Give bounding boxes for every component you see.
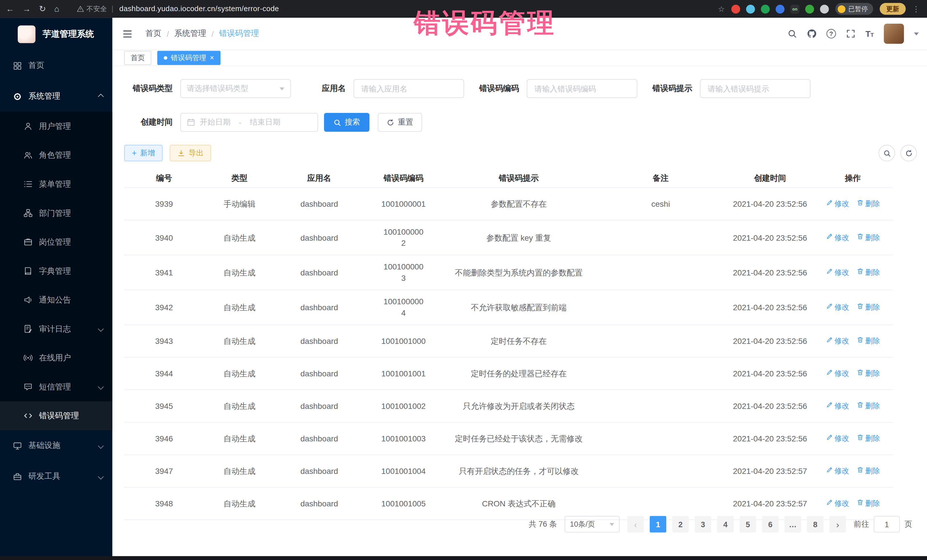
ext-leaf-icon[interactable] (805, 5, 814, 14)
sidebar-item-menu-list[interactable]: 菜单管理 (0, 170, 112, 199)
ext-blue-grid-icon[interactable] (775, 5, 784, 14)
cell-app: dashboard (275, 427, 364, 450)
delete-link[interactable]: 删除 (856, 498, 880, 509)
page-button-8[interactable]: 8 (807, 516, 824, 532)
tab-error-code[interactable]: 错误码管理 × (157, 51, 220, 65)
cell-code: 1001000001 (364, 193, 444, 216)
refresh-table-button[interactable] (900, 145, 917, 161)
column-header: 创建时间 (727, 169, 813, 187)
sidebar-item-tools[interactable]: 研发工具 (0, 461, 112, 492)
page-button-2[interactable]: 2 (672, 516, 689, 532)
fullscreen-icon[interactable] (846, 29, 856, 38)
export-button[interactable]: 导出 (170, 145, 211, 161)
sidebar-item-gear[interactable]: 系统管理 (0, 81, 112, 112)
refresh-icon (905, 149, 912, 157)
ext-red-icon[interactable] (731, 5, 740, 14)
delete-link[interactable]: 删除 (856, 198, 880, 209)
screenshot-root: ← → ↻ ⌂ 不安全 | dashboard.yudao.iocoder.cn… (0, 0, 927, 560)
sidebar-item-book[interactable]: 字典管理 (0, 256, 112, 286)
bookmark-star-icon[interactable]: ☆ (718, 5, 725, 14)
sidebar-item-audit[interactable]: 审计日志 (0, 314, 112, 344)
ext-drop-icon[interactable] (746, 5, 755, 14)
delete-link[interactable]: 删除 (856, 465, 880, 477)
page-button-4[interactable]: 4 (717, 516, 734, 532)
prev-page-button[interactable]: ‹ (627, 516, 644, 532)
sidebar-item-sms[interactable]: 短信管理 (0, 372, 112, 401)
cell-id: 3944 (124, 362, 204, 385)
sidebar-item-user[interactable]: 用户管理 (0, 112, 112, 141)
font-size-icon[interactable]: TT (865, 28, 874, 39)
error-msg-input[interactable] (700, 79, 811, 98)
home-icon[interactable]: ⌂ (54, 4, 59, 14)
cell-time: 2021-04-20 23:52:56 (727, 329, 813, 353)
breadcrumb-home[interactable]: 首页 (146, 28, 161, 39)
forward-icon[interactable]: → (23, 4, 31, 14)
page-button-5[interactable]: 5 (740, 516, 756, 532)
search-button[interactable]: 搜索 (324, 113, 370, 132)
edit-link[interactable]: 修改 (826, 335, 849, 346)
app-filter-label: 应用名 (291, 83, 354, 94)
back-icon[interactable]: ← (6, 4, 14, 14)
sidebar-item-dashboard[interactable]: 首页 (0, 50, 112, 81)
page-button-1[interactable]: 1 (650, 516, 666, 532)
sidebar-item-org[interactable]: 部门管理 (0, 199, 112, 228)
delete-link[interactable]: 删除 (856, 368, 880, 379)
browser-menu-icon[interactable]: ⋮ (912, 5, 920, 14)
security-warning[interactable]: 不安全 (77, 5, 107, 14)
page-size-select[interactable]: 10条/页 (564, 516, 620, 532)
delete-link[interactable]: 删除 (856, 400, 880, 411)
sidebar-item-online[interactable]: 在线用户 (0, 343, 112, 372)
next-page-button[interactable]: › (830, 516, 846, 532)
edit-link[interactable]: 修改 (826, 498, 849, 509)
sidebar-item-infra[interactable]: 基础设施 (0, 430, 112, 461)
ext-pin-icon[interactable] (820, 5, 829, 14)
ext-on-badge-icon[interactable]: on (790, 5, 799, 14)
edit-link[interactable]: 修改 (826, 267, 849, 278)
page-button-3[interactable]: 3 (694, 516, 711, 532)
edit-link[interactable]: 修改 (826, 302, 849, 313)
edit-link[interactable]: 修改 (826, 368, 849, 379)
edit-link[interactable]: 修改 (826, 433, 849, 444)
help-icon[interactable]: ? (827, 29, 836, 38)
sidebar-item-users[interactable]: 角色管理 (0, 141, 112, 170)
close-icon[interactable]: × (210, 55, 214, 62)
cell-code: 1001001000 (364, 329, 444, 353)
delete-link[interactable]: 删除 (856, 232, 880, 243)
cell-app: dashboard (275, 362, 364, 385)
reload-icon[interactable]: ↻ (39, 4, 46, 14)
github-icon[interactable] (807, 29, 816, 38)
edit-link[interactable]: 修改 (826, 198, 849, 209)
page-ellipsis[interactable]: … (784, 516, 801, 532)
tab-home[interactable]: 首页 (124, 51, 151, 65)
add-button[interactable]: + 新增 (124, 145, 163, 161)
reset-button[interactable]: 重置 (378, 113, 422, 132)
sidebar-item-code[interactable]: 错误码管理 (0, 401, 112, 430)
collapse-menu-icon[interactable] (122, 29, 132, 39)
error-code-input[interactable] (527, 79, 637, 98)
type-select[interactable]: 请选择错误码类型 (180, 79, 291, 98)
update-button[interactable]: 更新 (880, 3, 906, 15)
delete-link[interactable]: 删除 (856, 267, 880, 278)
sidebar-item-megaphone[interactable]: 通知公告 (0, 285, 112, 314)
delete-link[interactable]: 删除 (856, 433, 880, 444)
url-bar[interactable]: dashboard.yudao.iocoder.cn/system/error-… (119, 5, 279, 13)
search-icon[interactable] (787, 29, 797, 38)
edit-link[interactable]: 修改 (826, 232, 849, 243)
chevron-down-icon[interactable] (914, 32, 919, 35)
edit-link[interactable]: 修改 (826, 400, 849, 411)
time-filter-label: 创建时间 (124, 117, 180, 127)
page-button-6[interactable]: 6 (762, 516, 779, 532)
paused-badge[interactable]: 已暂停 (836, 3, 873, 15)
cell-type: 自动生成 (204, 460, 275, 483)
toggle-search-button[interactable] (878, 145, 895, 161)
delete-link[interactable]: 删除 (856, 335, 880, 346)
sidebar-item-badge[interactable]: 岗位管理 (0, 228, 112, 256)
delete-link[interactable]: 删除 (856, 302, 880, 313)
breadcrumb-system[interactable]: 系统管理 (174, 28, 206, 39)
goto-page-input[interactable] (874, 516, 900, 532)
edit-link[interactable]: 修改 (826, 465, 849, 477)
date-range-picker[interactable]: 开始日期 - 结束日期 (180, 113, 318, 132)
ext-green-check-icon[interactable] (761, 5, 770, 14)
avatar[interactable] (884, 24, 904, 44)
app-name-input[interactable] (353, 79, 464, 98)
